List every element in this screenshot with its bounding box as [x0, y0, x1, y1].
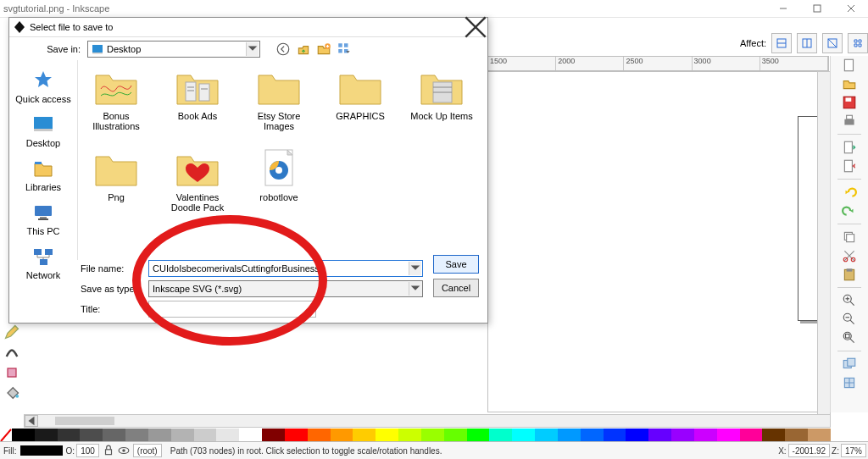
color-swatch[interactable] [558, 429, 581, 442]
color-swatch[interactable] [626, 429, 648, 442]
zoom-in-icon[interactable] [842, 293, 857, 308]
color-swatch[interactable] [216, 429, 239, 442]
color-swatch[interactable] [194, 429, 217, 442]
color-swatch[interactable] [808, 429, 831, 442]
place-quick-access[interactable]: Quick access [9, 65, 77, 108]
color-swatch[interactable] [308, 429, 331, 442]
affect-btn-4[interactable] [848, 33, 868, 53]
tool-eraser-icon[interactable] [3, 364, 20, 381]
horizontal-scrollbar[interactable] [24, 414, 831, 428]
save-type-combo[interactable]: Inkscape SVG (*.svg) [148, 280, 423, 297]
clone-icon[interactable] [842, 375, 857, 390]
canvas[interactable] [487, 71, 829, 412]
file-name-input[interactable]: CUIdoIsbecomerivalsCuttingforBusiness [148, 260, 423, 277]
file-list[interactable]: Bonus Illustrations Book Ads Etsy Store … [78, 60, 487, 260]
new-folder-icon[interactable] [316, 41, 331, 57]
color-swatch[interactable] [262, 429, 285, 442]
paste-icon[interactable] [842, 267, 857, 282]
color-swatch[interactable] [58, 429, 81, 442]
file-item[interactable]: Bonus Illustrations [83, 65, 149, 131]
save-button[interactable]: Save [433, 255, 479, 274]
affect-btn-3[interactable] [822, 33, 843, 53]
cut-icon[interactable] [842, 248, 857, 263]
cancel-button[interactable]: Cancel [433, 279, 479, 297]
copy-icon[interactable] [842, 230, 857, 245]
tool-bucket-icon[interactable] [3, 384, 20, 401]
import-icon[interactable] [842, 140, 857, 155]
color-swatch[interactable] [35, 429, 58, 442]
color-swatch[interactable] [103, 429, 125, 442]
color-swatch[interactable] [740, 429, 763, 442]
opacity-value[interactable]: 100 [76, 444, 99, 457]
affect-btn-1[interactable] [771, 33, 792, 53]
redo-icon[interactable] [842, 203, 857, 218]
file-item[interactable]: Etsy Store Images [246, 65, 312, 131]
vertical-scrollbar[interactable] [817, 71, 831, 415]
zoom-fit-icon[interactable] [842, 330, 857, 346]
scroll-thumb[interactable] [55, 417, 114, 425]
new-icon[interactable] [842, 58, 857, 73]
color-swatch[interactable] [171, 429, 194, 442]
color-swatch[interactable] [489, 429, 512, 442]
title-input[interactable] [148, 301, 316, 318]
dialog-close-button[interactable] [464, 18, 487, 36]
color-swatch[interactable] [762, 429, 785, 442]
affect-btn-2[interactable] [797, 33, 817, 53]
color-swatch[interactable] [648, 429, 671, 442]
file-item[interactable]: GRAPHICS [327, 65, 393, 131]
no-fill-swatch[interactable] [0, 429, 12, 442]
tool-pencil-icon[interactable] [3, 324, 20, 340]
place-network[interactable]: Network [9, 241, 77, 284]
visibility-icon[interactable] [118, 445, 130, 456]
scroll-left-icon[interactable] [25, 415, 38, 427]
file-item[interactable]: Book Ads [164, 65, 231, 131]
close-button[interactable] [834, 0, 868, 17]
color-swatch[interactable] [604, 429, 626, 442]
print-icon[interactable] [842, 113, 857, 129]
place-libraries[interactable]: Libraries [9, 153, 77, 196]
color-swatch[interactable] [581, 429, 604, 442]
maximize-button[interactable] [800, 0, 834, 17]
tool-calligraphy-icon[interactable] [3, 344, 20, 361]
color-swatch[interactable] [785, 429, 808, 442]
color-swatch[interactable] [467, 429, 490, 442]
color-swatch[interactable] [421, 429, 444, 442]
color-swatch[interactable] [671, 429, 694, 442]
open-icon[interactable] [842, 76, 857, 91]
color-swatch[interactable] [148, 429, 171, 442]
color-swatch[interactable] [239, 429, 262, 442]
color-swatch[interactable] [285, 429, 308, 442]
file-item[interactable]: Mock Up Items [409, 65, 475, 131]
color-swatch[interactable] [80, 429, 103, 442]
color-swatch[interactable] [331, 429, 353, 442]
place-this-pc[interactable]: This PC [9, 197, 77, 240]
color-swatch[interactable] [398, 429, 421, 442]
color-swatch[interactable] [444, 429, 467, 442]
color-swatch[interactable] [12, 429, 35, 442]
color-swatch[interactable] [535, 429, 558, 442]
minimize-button[interactable] [766, 0, 800, 17]
fill-swatch[interactable] [20, 445, 63, 456]
color-swatch[interactable] [694, 429, 717, 442]
duplicate-icon[interactable] [842, 357, 857, 372]
file-item[interactable]: Png [83, 147, 149, 213]
color-swatch[interactable] [125, 429, 148, 442]
save-icon[interactable] [842, 95, 857, 110]
color-swatch[interactable] [512, 429, 535, 442]
view-menu-icon[interactable] [337, 41, 352, 57]
file-item[interactable]: robotlove [246, 147, 312, 213]
file-item[interactable]: Valentines Doodle Pack [164, 147, 231, 213]
undo-icon[interactable] [842, 185, 857, 200]
up-icon[interactable] [296, 41, 311, 57]
back-icon[interactable] [275, 41, 291, 57]
color-swatch[interactable] [376, 429, 398, 442]
zoom-value[interactable]: 17% [841, 444, 866, 457]
lock-icon[interactable] [103, 445, 114, 456]
color-swatch[interactable] [717, 429, 740, 442]
save-in-combo[interactable]: Desktop [87, 41, 260, 58]
place-desktop[interactable]: Desktop [9, 109, 77, 152]
color-swatch[interactable] [353, 429, 376, 442]
layer-indicator[interactable]: (root) [133, 444, 162, 457]
export-icon[interactable] [842, 158, 857, 174]
zoom-out-icon[interactable] [842, 312, 857, 327]
